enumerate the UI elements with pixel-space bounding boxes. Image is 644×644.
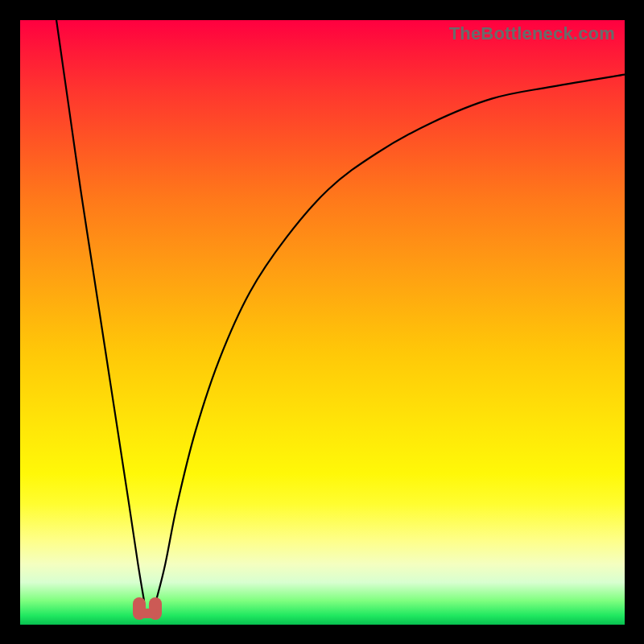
plot-area: TheBottleneck.com [20,20,625,625]
chart-frame: TheBottleneck.com [0,0,644,644]
curve-path [56,20,625,601]
optimum-marker-icon [133,596,162,620]
bottleneck-curve [20,20,625,625]
marker-bridge [138,609,157,618]
